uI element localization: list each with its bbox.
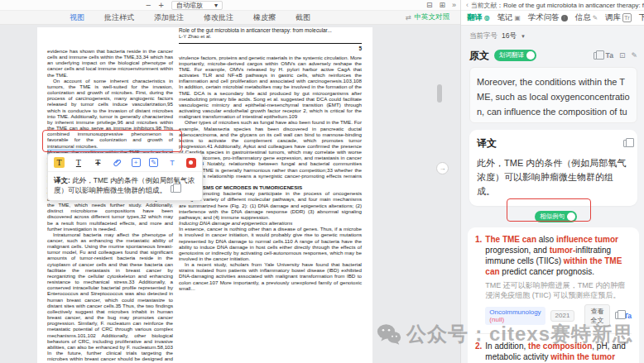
pdf-running-author: L-Y Zhao et al. — [179, 34, 362, 40]
toggle-knob — [526, 51, 535, 60]
zoom-mode-value: 自动缩放 — [176, 1, 203, 10]
pdf-subsection-heading: Inducing DNA damage and epigenetics alte… — [179, 220, 362, 226]
zoom-in-button[interactable]: + — [158, 1, 163, 9]
pdf-paragraph: On account of some inherent characterist… — [47, 78, 173, 149]
tab-edit-annotation[interactable]: 修改批注 — [204, 12, 233, 23]
tab-translate[interactable]: 翻译 ◎ — [467, 12, 490, 23]
compare-icon: ⇄ — [405, 13, 411, 21]
tab-add-annotation[interactable]: 添加批注 — [154, 12, 184, 23]
view-full-text-button[interactable]: 查看全文 — [584, 304, 609, 327]
pdf-right-column: Role of the gut microbiota in anticancer… — [179, 27, 362, 291]
viewer-top-icons: ⊟ ⊞ » — [426, 1, 456, 9]
example-english: In addition, the composition, pH, and me… — [485, 341, 632, 363]
tab-info[interactable]: 信息 ✎ — [575, 12, 598, 23]
panel-body: 当前字号 16号 ▼ 原文 划词翻译 Ta ⊡ ✎ Moreover, the … — [461, 26, 644, 363]
popup-translation: 译文: 此外，TME 内的条件（例如局部氧气浓度）可以影响肿瘤微生物群的组成。 — [48, 172, 202, 200]
pdf-page-number: 5 — [179, 45, 362, 51]
example-meta-row: Oncoimmunology (null) 2021 查看全文 Ta — [485, 304, 632, 327]
highlight-icon[interactable]: T — [54, 157, 65, 168]
example-number: 1. — [475, 234, 482, 327]
pdf-paragraph: In a recent study, scholars from Yale Un… — [179, 261, 362, 291]
pdf-paragraph: Other types of microbes such as fungal h… — [179, 119, 362, 184]
zoom-controls: − + 自动缩放 ▾ — [146, 1, 223, 10]
viewer-topbar: − + 自动缩放 ▾ ⊟ ⊞ » — [0, 0, 461, 11]
copy-icon[interactable] — [623, 140, 630, 147]
link-icon[interactable] — [112, 157, 123, 168]
pdf-paragraph: Cancer-promoting bacteria may participat… — [179, 190, 362, 220]
underline-icon[interactable]: T — [73, 157, 84, 168]
zoom-mode-select[interactable]: 自动缩放 ▾ — [171, 1, 223, 10]
source-header-row: 原文 划词翻译 Ta ⊡ ✎ — [469, 49, 637, 62]
tab-eraser[interactable]: 橡皮擦 — [253, 12, 276, 23]
app-root: − + 自动缩放 ▾ ⊟ ⊞ » 视图 批注样式 添加批注 修改批注 橡皮擦 截… — [0, 0, 644, 363]
edit-icon[interactable]: ✎ — [631, 51, 637, 60]
tab-view[interactable]: 视图 — [70, 12, 84, 23]
compare-label: 中英文对照 — [415, 12, 450, 22]
font-size-label: 当前字号 — [469, 31, 497, 41]
current-doc-title: Role of the gut microbiota in anticancer… — [503, 2, 644, 9]
copy-icon[interactable] — [171, 185, 177, 193]
target-actions — [623, 140, 630, 147]
tab-download[interactable]: 下载 ⇩ — [639, 12, 644, 23]
pdf-scrollbar-thumb[interactable] — [437, 84, 442, 103]
qa-icon: ! — [561, 15, 568, 21]
font-size-value[interactable]: 16号 — [502, 31, 517, 41]
pdf-section-heading: MECHANISMS OF MICROBES IN TUMORIGENESIS — [179, 184, 362, 190]
selection-toolbar: T T Ŧ + ✎ T — [48, 154, 202, 172]
translate-icon[interactable]: T — [167, 157, 178, 168]
panel-tabs: 翻译 ◎ 笔记 ▣ 学术问答 ! 信息 ✎ 调库 Tr 下载 ⇩ — [461, 11, 644, 26]
target-card: 译文 此外，TME 内的条件（例如局部氧气浓度）可以影响肿瘤微生物群的组成。 — [469, 130, 637, 206]
similar-sentence-row: 相似例句 — [469, 206, 637, 227]
tab-notes[interactable]: 笔记 ▣ — [497, 12, 521, 23]
example-number: 2. — [475, 341, 482, 363]
example-item: 2. In addition, the composition, pH, and… — [475, 341, 632, 363]
pdf-header-rule — [179, 43, 362, 44]
tab-academic-qa[interactable]: 学术问答 ! — [528, 12, 568, 23]
translation-panel: ‹ 当前文献： Role of the gut microbiota in an… — [461, 0, 644, 363]
word-translate-toggle[interactable]: 划词翻译 — [494, 50, 536, 61]
selection-popup: T T Ŧ + ✎ T 译文: 此外，TME 内的条件（例如局部氧气浓度）可以影… — [47, 153, 203, 201]
pdf-left-column: evidence has shown that bacteria reside … — [47, 48, 173, 363]
impact-factor: (null) — [489, 316, 504, 323]
notes-icon: ▣ — [515, 14, 521, 21]
back-icon[interactable]: ‹ — [466, 1, 469, 9]
journal-badge: Oncoimmunology (null) — [485, 307, 545, 325]
pdf-running-title: Role of the gut microbiota in anticancer… — [179, 27, 362, 34]
add-note-icon[interactable]: + — [132, 158, 141, 167]
pronounce-icon[interactable]: Ta — [606, 51, 613, 60]
current-doc-label: 当前文献： — [471, 1, 503, 10]
source-text-card[interactable]: Moreover, the conditions within the TME,… — [469, 67, 637, 123]
tab-library[interactable]: 调库 Tr — [605, 12, 632, 23]
example-sentences-card: 1. The TME can also influence tumor prog… — [468, 227, 639, 363]
bilingual-compare-button[interactable]: ⇄ 中英文对照 — [405, 12, 449, 22]
copy-icon[interactable] — [615, 312, 619, 319]
pdf-paragraph: virulence factors, proteins and genetic … — [179, 55, 362, 120]
pdf-paragraph: evidence has shown that bacteria reside … — [47, 48, 173, 78]
year-badge: 2021 — [550, 310, 575, 322]
toggle-knob — [567, 213, 575, 221]
tab-screenshot[interactable]: 截图 — [296, 12, 310, 23]
example-chinese: TME 还可以影响肿瘤进展，TME 内的肿瘤浸润免疫细胞 (TIIC) 可以预测… — [485, 280, 632, 300]
info-icon: ✎ — [593, 14, 598, 21]
edit-note-icon[interactable]: ✎ — [149, 158, 158, 167]
annotation-tabs: 视图 批注样式 添加批注 修改批注 橡皮擦 截图 — [70, 12, 310, 23]
pdf-paragraph: Intratumoral bacteria may affect the phe… — [47, 232, 173, 363]
source-actions: Ta ⊡ ✎ — [594, 51, 637, 60]
example-english: The TME can also influence tumor progres… — [485, 234, 632, 277]
more-tools-icon[interactable]: » — [452, 1, 456, 9]
target-text: 此外，TME 内的条件（例如局部氧气浓度）可以影响肿瘤微生物群的组成。 — [477, 156, 630, 198]
similar-sentence-toggle[interactable]: 相似例句 — [535, 211, 577, 222]
zoom-out-button[interactable]: − — [146, 1, 151, 9]
annotation-toolbar: 视图 批注样式 添加批注 修改批注 橡皮擦 截图 ⇄ 中英文对照 — [0, 11, 461, 25]
target-header-row: 译文 — [477, 136, 630, 150]
report-icon[interactable]: ⊡ — [619, 51, 626, 60]
pages-icon[interactable]: ⊞ — [439, 1, 445, 9]
panel-collapse-handle[interactable]: → — [436, 162, 449, 174]
copy-icon[interactable] — [594, 52, 600, 60]
tab-annotation-style[interactable]: 批注样式 — [104, 12, 134, 23]
printer-icon[interactable]: ⊟ — [426, 1, 433, 9]
chevron-down-icon: ▼ — [521, 34, 526, 39]
strikethrough-icon[interactable]: Ŧ — [93, 157, 103, 168]
close-icon[interactable] — [186, 158, 196, 168]
translate-tab-icon: ◎ — [484, 14, 490, 21]
